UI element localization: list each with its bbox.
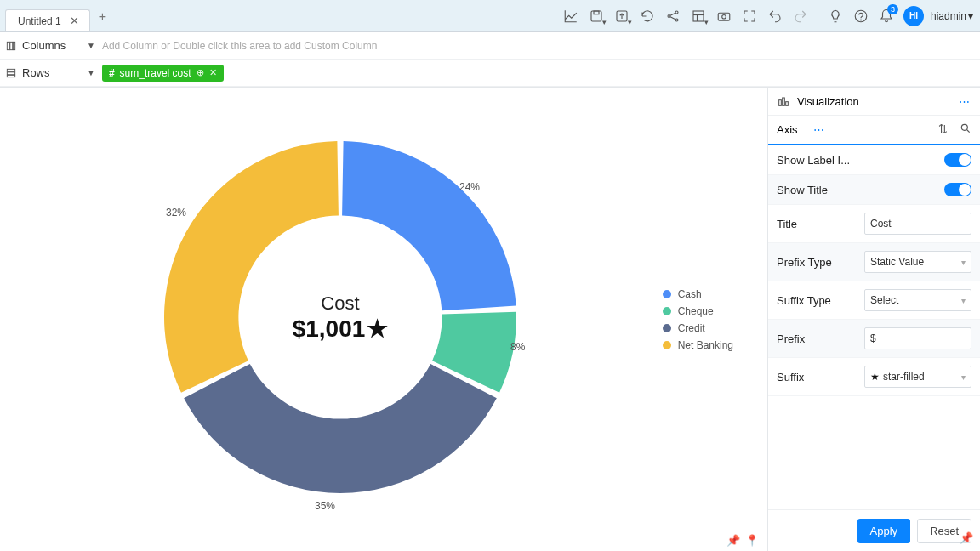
pin-icon[interactable]: 📌 <box>726 534 740 547</box>
panel-form: Show Label I... Show Title Title Prefix … <box>768 145 980 401</box>
camera-icon[interactable] <box>712 4 736 28</box>
tab-title: Untitled 1 <box>18 15 61 27</box>
toolbar: ▾ ▾ ▾ 3 HI hiadmin▾ <box>559 0 980 31</box>
suffix-select[interactable]: ★star-filled▾ <box>864 366 971 388</box>
lightbulb-icon[interactable] <box>823 4 847 28</box>
panel-subnav: Axis ⋯ ⇅ <box>768 116 980 145</box>
chart-line-icon[interactable] <box>559 4 583 28</box>
legend-item[interactable]: Net Banking <box>663 339 733 351</box>
svg-rect-0 <box>591 11 601 21</box>
save-icon[interactable]: ▾ <box>584 4 608 28</box>
slice-label-cash: 24% <box>459 181 480 193</box>
legend-label: Credit <box>678 322 705 334</box>
axis-tab[interactable]: Axis <box>777 123 798 136</box>
title-label: Title <box>777 218 858 230</box>
axis-menu-icon[interactable]: ⋯ <box>813 123 826 136</box>
donut-chart: Cost $1,001★ 24% 8% 35% 32% <box>145 122 536 513</box>
pill-remove-icon[interactable]: ✕ <box>209 67 217 78</box>
properties-panel: Visualization ⋯ Axis ⋯ ⇅ Show Label I...… <box>767 88 980 551</box>
chevron-down-icon: ▾ <box>961 372 966 382</box>
legend-label: Cheque <box>678 305 714 317</box>
help-icon[interactable] <box>849 4 873 28</box>
top-bar: Untitled 1 ✕ + ▾ ▾ ▾ 3 HI hiadmin▾ <box>0 0 980 32</box>
search-icon[interactable] <box>960 122 971 137</box>
close-icon[interactable]: ✕ <box>70 14 79 27</box>
svg-rect-17 <box>7 71 14 74</box>
chart-canvas: Cost $1,001★ 24% 8% 35% 32% CashChequeCr… <box>0 88 767 551</box>
columns-shelf[interactable]: Columns ▼ Add Column or Double click thi… <box>0 32 980 60</box>
rows-shelf[interactable]: Rows ▼ # sum_travel cost ⊕ ✕ <box>0 60 980 87</box>
panel-heading: Visualization <box>797 95 859 108</box>
donut-slice[interactable] <box>342 141 516 310</box>
svg-rect-9 <box>718 13 730 20</box>
svg-rect-14 <box>10 42 13 49</box>
suffix-label: Suffix <box>777 371 858 383</box>
apply-button[interactable]: Apply <box>858 519 911 543</box>
sort-icon[interactable]: ⇅ <box>938 122 948 137</box>
panel-menu-icon[interactable]: ⋯ <box>959 95 971 108</box>
redo-icon[interactable] <box>789 4 812 28</box>
svg-rect-18 <box>7 75 14 77</box>
main-area: Cost $1,001★ 24% 8% 35% 32% CashChequeCr… <box>0 88 980 551</box>
svg-point-12 <box>861 20 862 20</box>
slice-label-netbanking: 32% <box>166 207 186 219</box>
legend-label: Net Banking <box>678 339 733 351</box>
svg-rect-13 <box>7 42 9 49</box>
chevron-down-icon[interactable]: ▼ <box>87 41 95 50</box>
slice-label-credit: 35% <box>315 500 335 512</box>
notification-bell-icon[interactable]: 3 <box>875 4 898 28</box>
chevron-down-icon: ▾ <box>961 258 966 267</box>
columns-label: Columns <box>5 39 80 52</box>
panel-pin-icon[interactable]: 📌 <box>960 531 973 544</box>
star-icon: ★ <box>870 371 880 383</box>
prefix-type-select[interactable]: Static Value▾ <box>864 251 971 273</box>
show-title-label: Show Title <box>777 184 937 196</box>
columns-placeholder: Add Column or Double click this area to … <box>102 40 975 52</box>
share-icon[interactable] <box>661 4 685 28</box>
document-tab[interactable]: Untitled 1 ✕ <box>5 9 90 31</box>
notification-badge: 3 <box>887 4 898 14</box>
legend-item[interactable]: Cash <box>663 288 733 300</box>
chevron-down-icon[interactable]: ▼ <box>87 68 95 77</box>
prefix-label: Prefix <box>777 332 858 345</box>
svg-rect-19 <box>779 100 782 106</box>
rows-label: Rows <box>5 66 80 79</box>
title-input[interactable] <box>864 213 971 235</box>
show-label-inside-label: Show Label I... <box>777 154 937 167</box>
legend-swatch <box>663 290 671 298</box>
prefix-input[interactable] <box>864 327 971 349</box>
hash-icon: # <box>109 67 115 79</box>
legend-label: Cash <box>678 288 702 300</box>
star-icon: ★ <box>367 315 388 343</box>
fullscreen-icon[interactable] <box>738 4 761 28</box>
chevron-down-icon: ▾ <box>968 10 973 22</box>
legend-swatch <box>663 324 671 332</box>
layout-icon[interactable]: ▾ <box>687 4 710 28</box>
svg-point-22 <box>961 124 967 130</box>
export-icon[interactable]: ▾ <box>610 4 634 28</box>
field-shelves: Columns ▼ Add Column or Double click thi… <box>0 32 980 88</box>
donut-slice[interactable] <box>164 141 339 393</box>
show-label-inside-toggle[interactable] <box>944 153 971 167</box>
slice-label-cheque: 8% <box>510 341 525 353</box>
svg-rect-16 <box>7 69 14 71</box>
document-tabs: Untitled 1 ✕ + <box>0 0 115 31</box>
pin-marker-icon[interactable]: 📍 <box>745 534 759 547</box>
avatar[interactable]: HI <box>903 6 924 26</box>
pill-options-icon[interactable]: ⊕ <box>197 67 204 78</box>
svg-rect-21 <box>786 102 789 106</box>
suffix-type-select[interactable]: Select▾ <box>864 289 971 311</box>
add-tab-button[interactable]: + <box>90 4 115 28</box>
user-menu[interactable]: hiadmin▾ <box>931 10 973 22</box>
donut-slice[interactable] <box>184 364 497 493</box>
refresh-icon[interactable] <box>635 4 659 28</box>
svg-rect-15 <box>13 42 14 49</box>
undo-icon[interactable] <box>763 4 787 28</box>
svg-point-10 <box>722 14 726 19</box>
pill-label: sum_travel cost <box>120 67 191 79</box>
legend-item[interactable]: Cheque <box>663 305 733 317</box>
show-title-toggle[interactable] <box>944 183 971 196</box>
measure-pill[interactable]: # sum_travel cost ⊕ ✕ <box>102 65 224 82</box>
legend-item[interactable]: Credit <box>663 322 733 334</box>
chevron-down-icon: ▾ <box>961 296 966 305</box>
